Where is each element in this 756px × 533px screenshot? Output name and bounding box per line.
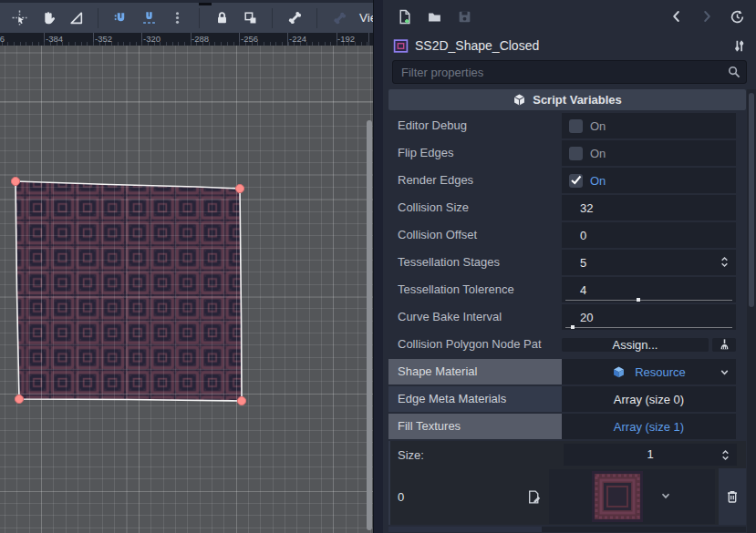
property-label: Edge Meta Materials xyxy=(388,386,562,412)
grid-snap-button[interactable] xyxy=(140,10,157,26)
property-label: Collision Offset xyxy=(388,222,562,248)
smart-snap-button[interactable] xyxy=(112,10,129,26)
property-row-tessellation-stages: Tessellation Stages 5 xyxy=(388,250,736,275)
history-back-button[interactable] xyxy=(668,8,685,25)
snap-options-menu-button[interactable] xyxy=(169,10,185,26)
number-field[interactable]: 20 xyxy=(562,311,593,324)
object-history-icon[interactable] xyxy=(729,8,745,25)
number-field[interactable]: 4 xyxy=(562,283,586,297)
delete-item-button[interactable] xyxy=(719,468,746,525)
property-row-flip-edges: Flip Edges On xyxy=(388,140,736,166)
ruler-tool-button[interactable] xyxy=(67,10,84,26)
horizontal-ruler: -416 -384 -352 -320 -288 -256 -224 -192 xyxy=(0,33,373,46)
property-label: Tessellation Tolerence xyxy=(388,277,562,302)
viewport-vertical-scrollbar[interactable] xyxy=(367,120,372,530)
skeleton-options-button[interactable] xyxy=(331,10,347,26)
canvas-2d[interactable] xyxy=(0,46,373,533)
property-label: Flip Edges xyxy=(388,140,562,166)
number-field[interactable]: 0 xyxy=(562,229,586,242)
load-resource-button[interactable] xyxy=(426,8,442,25)
filter-properties-row xyxy=(392,60,747,84)
array-size-value: 1 xyxy=(647,447,653,461)
vertex-handle[interactable] xyxy=(15,395,23,403)
slider-grabber[interactable] xyxy=(571,325,575,329)
array-size-field[interactable]: 1 xyxy=(564,444,737,466)
slider-track[interactable] xyxy=(565,300,732,301)
number-field[interactable]: 5 xyxy=(562,256,586,270)
edited-object-name: SS2D_Shape_Closed xyxy=(415,38,724,53)
vertex-handle[interactable] xyxy=(235,184,243,192)
skeleton-button[interactable] xyxy=(286,10,303,26)
ruler-label: -192 xyxy=(337,34,355,44)
pivot-tool-button[interactable] xyxy=(11,10,27,26)
partial-label-area xyxy=(388,527,542,532)
inspector-scrollbar[interactable] xyxy=(747,89,756,533)
property-value: 20 xyxy=(562,304,736,330)
inspector-scrollbar-thumb[interactable] xyxy=(749,93,754,307)
array-value[interactable]: Array (size 1) xyxy=(562,420,736,434)
property-row-render-edges: Render Edges On xyxy=(388,168,736,193)
checkbox-unchecked[interactable] xyxy=(569,119,583,133)
spinbox-updown-icon[interactable] xyxy=(718,255,731,272)
shape-edit-overlay xyxy=(0,46,373,533)
section-script-variables[interactable]: Script Variables xyxy=(388,89,746,110)
property-value: 4 xyxy=(562,277,736,302)
checkbox-label[interactable]: On xyxy=(590,174,606,188)
history-forward-button[interactable] xyxy=(699,8,715,25)
property-value[interactable]: Array (size 1) xyxy=(562,414,736,439)
array-value[interactable]: Array (size 0) xyxy=(562,393,736,406)
save-resource-button[interactable] xyxy=(456,8,472,25)
property-row-shape-material: Shape Material Resource xyxy=(388,359,736,384)
panel-splitter[interactable] xyxy=(373,0,383,533)
group-button[interactable] xyxy=(242,10,258,26)
filter-properties-input[interactable] xyxy=(392,60,747,84)
texture-preview[interactable] xyxy=(592,471,643,522)
property-label: Editor Debug xyxy=(388,113,562,138)
viewport-2d: View -416 -384 -352 -320 -288 -256 -224 … xyxy=(0,0,373,533)
inspector-panel: SS2D_Shape_Closed Script Variables Edito… xyxy=(383,0,756,533)
property-row-tessellation-tolerence: Tessellation Tolerence 4 xyxy=(388,277,736,302)
spinbox-updown-icon[interactable] xyxy=(719,447,732,469)
material-cube-icon xyxy=(612,365,626,379)
new-resource-button[interactable] xyxy=(396,8,412,25)
array-size-row: Size: 1 xyxy=(390,441,746,466)
array-item-row: 0 xyxy=(390,468,746,525)
shape-outline[interactable] xyxy=(16,181,242,401)
number-field[interactable]: 32 xyxy=(562,201,593,215)
clear-icon xyxy=(718,338,731,352)
toolbar-separator xyxy=(199,8,200,28)
checkbox-label[interactable]: On xyxy=(590,147,606,160)
ruler-label: -320 xyxy=(143,34,161,44)
property-value[interactable]: Resource xyxy=(562,359,736,384)
clear-nodepath-button[interactable] xyxy=(712,338,736,352)
texture-dropdown-chevron-icon[interactable] xyxy=(659,489,672,505)
assign-nodepath-button[interactable]: Assign... xyxy=(562,338,709,352)
property-row-collision-size: Collision Size 32 xyxy=(388,195,736,220)
checkbox-checked[interactable] xyxy=(569,174,583,188)
search-icon xyxy=(727,65,741,82)
array-size-label: Size: xyxy=(390,448,564,462)
slider-track[interactable] xyxy=(565,327,732,328)
pan-tool-button[interactable] xyxy=(39,10,56,26)
inspector-tools-icon[interactable] xyxy=(730,37,747,54)
partial-value-area xyxy=(542,527,746,532)
inspector-toolbar xyxy=(383,0,756,33)
vertex-handle[interactable] xyxy=(11,177,19,185)
checkbox-label[interactable]: On xyxy=(590,119,606,133)
property-row-collision-polygon-node-path: Collision Polygon Node Pat Assign... xyxy=(388,332,736,357)
edit-resource-icon[interactable] xyxy=(525,488,542,505)
chevron-down-icon[interactable] xyxy=(719,366,730,381)
vertex-handle[interactable] xyxy=(237,396,245,405)
property-value: On xyxy=(562,113,736,138)
texture-slot xyxy=(549,469,715,524)
lock-button[interactable] xyxy=(213,10,230,26)
property-value: 0 xyxy=(562,222,736,248)
property-value[interactable]: Array (size 0) xyxy=(562,386,736,412)
checkbox-unchecked[interactable] xyxy=(569,147,583,160)
edited-object-row: SS2D_Shape_Closed xyxy=(383,33,756,58)
toolbar-separator xyxy=(316,8,317,28)
resource-link[interactable]: Resource xyxy=(635,365,686,379)
property-row-edge-meta-materials: Edge Meta Materials Array (size 0) xyxy=(388,386,736,412)
slider-grabber[interactable] xyxy=(637,298,640,302)
property-value: Assign... xyxy=(562,332,736,357)
